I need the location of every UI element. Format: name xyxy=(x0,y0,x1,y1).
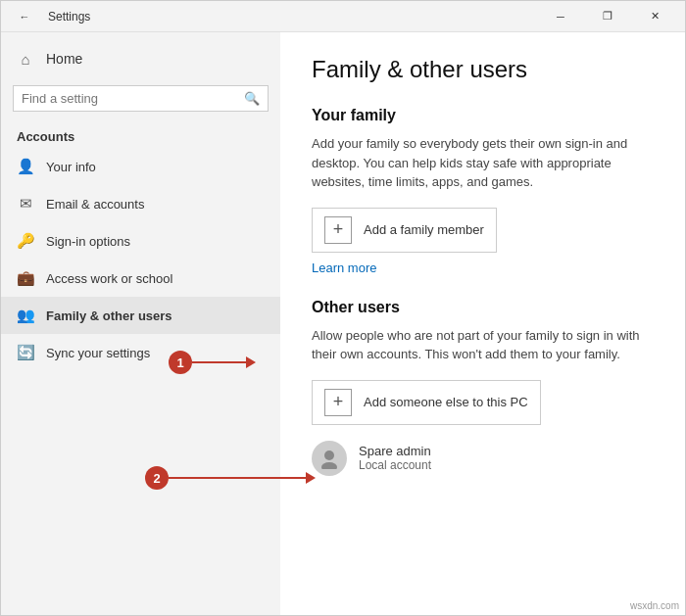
annotation-2-badge: 2 xyxy=(145,466,169,490)
nav-icon-your-info: 👤 xyxy=(17,158,34,175)
nav-label-your-info: Your info xyxy=(46,160,96,174)
back-icon: ← xyxy=(20,11,30,23)
sidebar: ⌂ Home 🔍 Accounts 👤 Your info ✉ Email & … xyxy=(1,32,280,615)
minimize-icon: ─ xyxy=(557,11,564,23)
add-family-plus-icon: + xyxy=(324,216,352,244)
titlebar-title: Settings xyxy=(48,10,90,24)
nav-icon-sync-settings: 🔄 xyxy=(17,344,34,361)
titlebar-controls: ─ ❐ ✕ xyxy=(538,1,677,32)
learn-more-link[interactable]: Learn more xyxy=(312,261,654,275)
content-area: ⌂ Home 🔍 Accounts 👤 Your info ✉ Email & … xyxy=(1,32,685,615)
sidebar-item-your-info[interactable]: 👤 Your info xyxy=(1,148,280,185)
add-family-label: Add a family member xyxy=(364,222,484,237)
svg-point-1 xyxy=(321,462,337,469)
home-icon: ⌂ xyxy=(17,50,34,68)
user-avatar xyxy=(312,441,347,476)
nav-icon-email-accounts: ✉ xyxy=(17,195,34,213)
nav-label-access-work: Access work or school xyxy=(46,271,172,286)
user-info: Spare admin Local account xyxy=(359,444,431,472)
search-input[interactable] xyxy=(22,91,238,106)
close-button[interactable]: ✕ xyxy=(632,1,677,32)
user-type: Local account xyxy=(359,458,431,472)
annotation-1-badge: 1 xyxy=(169,351,192,374)
nav-icon-access-work: 💼 xyxy=(17,269,34,287)
annotation-1-arrow xyxy=(246,356,256,368)
titlebar: ← Settings ─ ❐ ✕ xyxy=(1,1,685,32)
other-users-title: Other users xyxy=(312,299,654,316)
annotation-1-group: 1 xyxy=(169,351,256,374)
your-family-title: Your family xyxy=(312,107,654,124)
restore-button[interactable]: ❐ xyxy=(585,1,630,32)
sidebar-item-email-accounts[interactable]: ✉ Email & accounts xyxy=(1,185,280,222)
sidebar-section-header: Accounts xyxy=(1,119,280,148)
back-button[interactable]: ← xyxy=(9,1,40,32)
sidebar-item-family-users[interactable]: 👥 Family & other users xyxy=(1,297,280,334)
your-family-desc: Add your family so everybody gets their … xyxy=(312,134,654,192)
sidebar-item-access-work[interactable]: 💼 Access work or school xyxy=(1,260,280,297)
nav-label-sign-in: Sign-in options xyxy=(46,234,130,249)
user-name: Spare admin xyxy=(359,444,431,458)
minimize-button[interactable]: ─ xyxy=(538,1,583,32)
annotation-2-group: 2 xyxy=(145,466,316,490)
main-content: Family & other users Your family Add you… xyxy=(280,32,685,615)
add-other-label: Add someone else to this PC xyxy=(364,395,528,409)
nav-icon-family-users: 👥 xyxy=(17,307,34,324)
page-title: Family & other users xyxy=(312,56,654,83)
nav-items: 👤 Your info ✉ Email & accounts 🔑 Sign-in… xyxy=(1,148,280,371)
restore-icon: ❐ xyxy=(603,10,612,23)
user-item[interactable]: Spare admin Local account xyxy=(312,433,654,484)
watermark: wsxdn.com xyxy=(627,599,682,612)
annotation-2-line xyxy=(169,477,306,479)
annotation-2-arrow xyxy=(306,472,316,484)
close-icon: ✕ xyxy=(651,10,660,23)
nav-label-sync-settings: Sync your settings xyxy=(46,346,150,360)
add-other-button[interactable]: + Add someone else to this PC xyxy=(312,380,541,425)
annotation-1-line xyxy=(192,361,246,363)
titlebar-left: ← Settings xyxy=(9,1,90,32)
sidebar-home-label: Home xyxy=(46,51,82,67)
add-family-button[interactable]: + Add a family member xyxy=(312,208,497,253)
nav-icon-sign-in: 🔑 xyxy=(17,232,34,250)
nav-label-family-users: Family & other users xyxy=(46,308,172,323)
avatar-icon xyxy=(318,448,340,469)
svg-point-0 xyxy=(324,450,334,460)
search-box[interactable]: 🔍 xyxy=(13,85,269,112)
other-users-desc: Allow people who are not part of your fa… xyxy=(312,326,654,364)
search-icon: 🔍 xyxy=(244,91,260,106)
nav-label-email-accounts: Email & accounts xyxy=(46,197,144,212)
sidebar-home[interactable]: ⌂ Home xyxy=(1,40,280,77)
add-other-plus-icon: + xyxy=(324,389,352,416)
sidebar-item-sign-in[interactable]: 🔑 Sign-in options xyxy=(1,222,280,260)
